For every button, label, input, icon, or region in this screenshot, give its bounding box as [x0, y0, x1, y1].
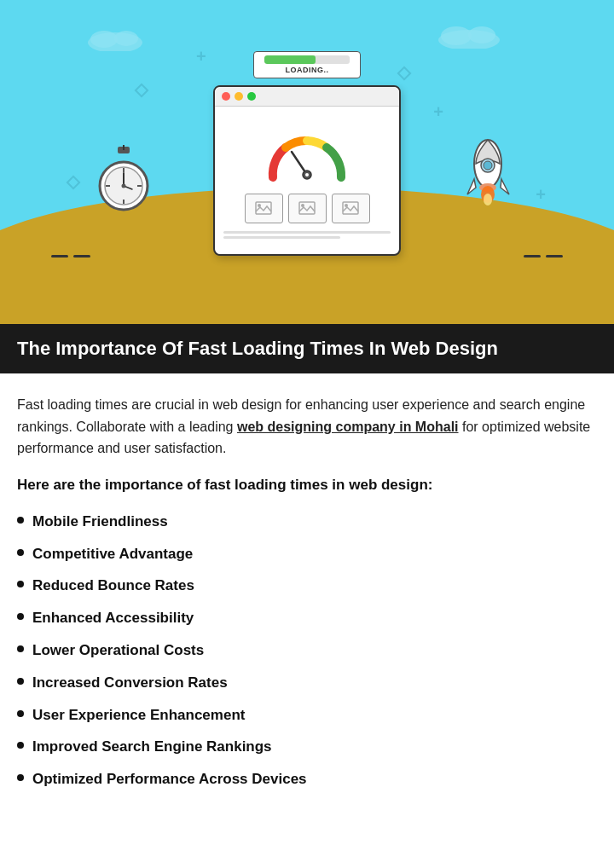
list-item: Increased Conversion Rates: [17, 667, 597, 699]
diamond-decoration-2: [67, 176, 81, 190]
browser-dot-green: [247, 92, 256, 101]
bullet-dot: [17, 742, 24, 749]
diamond-decoration-3: [135, 84, 149, 98]
svg-point-2: [114, 31, 138, 46]
list-item-text: User Experience Enhancement: [32, 705, 245, 726]
list-item: Competitive Advantage: [17, 538, 597, 570]
list-item-text: Lower Operational Costs: [32, 640, 204, 661]
list-item: Optimized Performance Across Devices: [17, 763, 597, 796]
list-item: Enhanced Accessibility: [17, 602, 597, 634]
list-item-text: Increased Conversion Rates: [32, 673, 228, 693]
browser-dot-red: [222, 92, 230, 101]
svg-point-28: [484, 161, 492, 170]
list-item: User Experience Enhancement: [17, 699, 597, 732]
browser-image-1: [245, 194, 283, 223]
page-title: The Importance Of Fast Loading Times In …: [17, 338, 597, 360]
list-item: Mobile Friendliness: [17, 506, 597, 538]
bullet-dot: [17, 678, 24, 685]
rocket-icon: [460, 128, 516, 213]
cloud-right: [435, 21, 503, 49]
speedometer: [256, 122, 358, 182]
bullet-dot: [17, 517, 24, 524]
browser-lines: [223, 229, 391, 241]
svg-point-21: [258, 204, 261, 207]
plus-decoration-1: +: [196, 47, 206, 67]
svg-rect-7: [123, 145, 125, 150]
list-item: Reduced Bounce Rates: [17, 570, 597, 602]
plus-decoration-2: +: [433, 102, 443, 122]
intro-paragraph: Fast loading times are crucial in web de…: [17, 394, 597, 460]
svg-point-5: [468, 26, 495, 43]
hero-section: + + + LOADING..: [0, 0, 614, 324]
browser-window: [213, 85, 401, 256]
list-item: Improved Search Engine Rankings: [17, 731, 597, 763]
svg-point-25: [345, 204, 348, 207]
link-web-company[interactable]: web designing company in Mohali: [237, 420, 459, 434]
bullet-dot: [17, 774, 24, 781]
browser-image-2: [288, 194, 327, 223]
loading-progress-bar: [264, 55, 350, 64]
browser-dot-yellow: [235, 92, 243, 101]
svg-point-19: [305, 173, 309, 176]
loading-fill: [264, 55, 316, 64]
bullet-dot: [17, 613, 24, 620]
bullet-dot: [17, 549, 24, 556]
list-item: Lower Operational Costs: [17, 634, 597, 667]
bullet-dot: [17, 710, 24, 717]
stopwatch-icon: [94, 145, 154, 213]
dashes-right: [524, 255, 563, 258]
browser-image-3: [332, 194, 370, 223]
title-bar: The Importance Of Fast Loading Times In …: [0, 324, 614, 373]
list-item-text: Competitive Advantage: [32, 544, 193, 564]
svg-point-31: [484, 194, 492, 205]
loading-text: LOADING..: [286, 66, 329, 74]
bullet-list: Mobile FriendlinessCompetitive Advantage…: [17, 506, 597, 796]
browser-titlebar: [215, 87, 399, 107]
cloud-left: [85, 26, 145, 51]
svg-point-23: [301, 204, 304, 207]
subtitle-text: Here are the importance of fast loading …: [17, 477, 597, 494]
list-item-text: Enhanced Accessibility: [32, 608, 194, 628]
browser-content: [215, 107, 399, 250]
list-item-text: Improved Search Engine Rankings: [32, 737, 272, 757]
svg-point-1: [90, 31, 118, 48]
list-item-text: Optimized Performance Across Devices: [32, 769, 307, 790]
bullet-dot: [17, 645, 24, 652]
svg-point-4: [441, 26, 472, 45]
plus-decoration-3: +: [536, 185, 546, 205]
list-item-text: Reduced Bounce Rates: [32, 576, 194, 596]
browser-image-row: [245, 194, 370, 223]
svg-point-16: [122, 184, 126, 188]
dashes-left: [51, 255, 90, 258]
diamond-decoration-1: [397, 67, 412, 81]
bullet-dot: [17, 581, 24, 587]
content-area: Fast loading times are crucial in web de…: [0, 373, 614, 821]
loading-bar: LOADING..: [253, 51, 361, 78]
list-item-text: Mobile Friendliness: [32, 512, 168, 532]
